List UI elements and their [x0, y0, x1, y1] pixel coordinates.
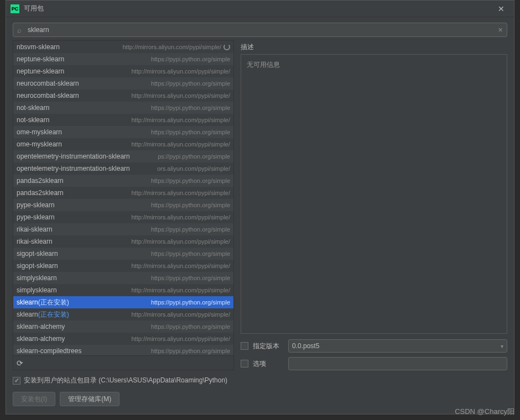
install-to-user-dir-checkbox[interactable]: [13, 377, 20, 385]
install-to-user-dir-row: 安装到用户的站点包目录 (C:\Users\ASUS\AppData\Roami…: [13, 376, 507, 385]
chevron-down-icon: ▾: [501, 343, 503, 349]
description-label: 描述: [241, 40, 507, 54]
package-repo: https://pypi.python.org/simple: [81, 348, 230, 354]
package-row[interactable]: ome-mysklearnhttp://mirrors.aliyun.com/p…: [13, 138, 233, 150]
package-repo: http://mirrors.aliyun.com/pypi/simple/: [64, 68, 230, 75]
package-name: neurocombat-sklearn: [17, 80, 79, 87]
footer: 安装到用户的站点包目录 (C:\Users\ASUS\AppData\Roami…: [6, 370, 514, 414]
package-row[interactable]: pandas2sklearnhttp://mirrors.aliyun.com/…: [13, 187, 233, 199]
right-pane: 描述 无可用信息 指定版本 0.0.post5 ▾ 选项: [241, 40, 507, 370]
package-row[interactable]: pype-sklearnhttp://mirrors.aliyun.com/py…: [13, 211, 233, 223]
package-name: sigopt-sklearn: [17, 250, 58, 258]
package-repo: http://mirrors.aliyun.com/pypi/simple/: [49, 117, 230, 123]
package-row[interactable]: pandas2sklearnhttps://pypi.python.org/si…: [13, 175, 233, 187]
content-area: nbsvm-sklearnhttp://mirrors.aliyun.com/p…: [6, 40, 514, 370]
package-row[interactable]: sigopt-sklearnhttp://mirrors.aliyun.com/…: [13, 260, 233, 272]
package-row[interactable]: simplysklearnhttp://mirrors.aliyun.com/p…: [13, 284, 233, 296]
refresh-row: ⟳: [13, 356, 234, 370]
package-row[interactable]: neurocombat-sklearnhttps://pypi.python.o…: [13, 77, 233, 90]
package-row[interactable]: sklearn-compiledtreeshttps://pypi.python…: [13, 345, 233, 356]
search-icon: ⌕: [17, 26, 22, 34]
package-row[interactable]: not-sklearnhttps://pypi.python.org/simpl…: [13, 102, 233, 114]
options-row: 选项: [241, 357, 507, 370]
no-info-text: 无可用信息: [247, 61, 280, 69]
package-name: neurocombat-sklearn: [17, 92, 79, 99]
package-repo: https://pypi.python.org/simple: [53, 226, 230, 233]
package-name: sklearn: [17, 298, 38, 306]
package-row[interactable]: sklearn(正在安装)https://pypi.python.org/sim…: [13, 296, 233, 308]
package-name: ome-mysklearn: [17, 140, 62, 148]
loading-spinner-icon: [223, 44, 230, 50]
package-name: opentelemetry-instrumentation-sklearn: [17, 165, 130, 172]
titlebar: PC 可用包 ✕: [6, 1, 514, 17]
close-button[interactable]: ✕: [493, 1, 509, 17]
package-repo: http://mirrors.aliyun.com/pypi/simple/: [58, 262, 230, 269]
install-to-user-dir-label: 安装到用户的站点包目录 (C:\Users\ASUS\AppData\Roami…: [24, 376, 227, 385]
specify-version-label: 指定版本: [253, 342, 284, 351]
options-checkbox[interactable]: [241, 360, 248, 368]
package-row[interactable]: neptune-sklearnhttp://mirrors.aliyun.com…: [13, 65, 233, 77]
package-row[interactable]: neurocombat-sklearnhttp://mirrors.aliyun…: [13, 90, 233, 102]
package-row[interactable]: opentelemetry-instrumentation-sklearnors…: [13, 162, 233, 175]
description-box: 无可用信息: [241, 54, 507, 334]
package-repo: https://pypi.python.org/simple: [64, 177, 230, 184]
package-row[interactable]: opentelemetry-instrumentation-sklearnps:…: [13, 150, 233, 162]
package-name: sklearn-alchemy: [17, 335, 65, 343]
package-repo: ors.aliyun.com/pypi/simple/: [130, 165, 230, 172]
search-row: ⌕ ✕: [6, 17, 514, 40]
package-repo: http://mirrors.aliyun.com/pypi/simple/: [79, 92, 230, 99]
package-row[interactable]: rikai-sklearnhttp://mirrors.aliyun.com/p…: [13, 235, 233, 248]
package-row[interactable]: neptune-sklearnhttps://pypi.python.org/s…: [13, 53, 233, 65]
package-repo: ps://pypi.python.org/simple: [130, 153, 230, 160]
package-name: simplysklearn: [17, 286, 57, 294]
version-value: 0.0.post5: [292, 342, 319, 350]
package-name: pandas2sklearn: [17, 189, 64, 197]
package-repo: https://pypi.python.org/simple: [79, 80, 230, 87]
clear-search-icon[interactable]: ✕: [498, 27, 503, 34]
pycharm-logo-icon: PC: [11, 4, 19, 13]
package-row[interactable]: nbsvm-sklearnhttp://mirrors.aliyun.com/p…: [13, 41, 233, 53]
package-repo: http://mirrors.aliyun.com/pypi/simple/: [57, 287, 230, 293]
watermark: CSDN @Charcy阳: [455, 407, 514, 417]
package-name: not-sklearn: [17, 104, 49, 112]
specify-version-checkbox[interactable]: [241, 342, 248, 350]
package-row[interactable]: sklearn(正在安装)http://mirrors.aliyun.com/p…: [13, 308, 233, 321]
package-row[interactable]: ome-mysklearnhttps://pypi.python.org/sim…: [13, 126, 233, 138]
package-name: rikai-sklearn: [17, 225, 53, 233]
package-repo: http://mirrors.aliyun.com/pypi/simple/: [53, 238, 230, 245]
package-row[interactable]: sigopt-sklearnhttps://pypi.python.org/si…: [13, 248, 233, 260]
package-name: sklearn: [17, 311, 38, 318]
package-row[interactable]: rikai-sklearnhttps://pypi.python.org/sim…: [13, 223, 233, 235]
package-row[interactable]: sklearn-alchemyhttps://pypi.python.org/s…: [13, 321, 233, 333]
package-list[interactable]: nbsvm-sklearnhttp://mirrors.aliyun.com/p…: [13, 40, 234, 356]
package-name: sklearn-compiledtrees: [17, 347, 81, 355]
install-package-button[interactable]: 安装包(I): [13, 392, 55, 406]
version-select[interactable]: 0.0.post5 ▾: [288, 339, 507, 353]
package-name: pype-sklearn: [17, 213, 55, 221]
installing-badge: (正在安装): [38, 310, 69, 319]
window-title: 可用包: [24, 4, 493, 13]
options-label: 选项: [253, 359, 284, 369]
package-row[interactable]: not-sklearnhttp://mirrors.aliyun.com/pyp…: [13, 114, 233, 126]
installing-badge: (正在安装): [38, 298, 69, 307]
package-row[interactable]: simplysklearnhttps://pypi.python.org/sim…: [13, 272, 233, 284]
package-repo: http://mirrors.aliyun.com/pypi/simple/: [65, 335, 230, 342]
package-name: sigopt-sklearn: [17, 262, 58, 270]
package-name: rikai-sklearn: [17, 238, 53, 245]
package-repo: https://pypi.python.org/simple: [69, 299, 230, 306]
package-name: neptune-sklearn: [17, 67, 64, 75]
package-repo: https://pypi.python.org/simple: [55, 202, 230, 208]
manage-repositories-button[interactable]: 管理存储库(M): [60, 392, 119, 406]
package-repo: https://pypi.python.org/simple: [64, 56, 230, 62]
package-row[interactable]: sklearn-alchemyhttp://mirrors.aliyun.com…: [13, 333, 233, 345]
refresh-icon[interactable]: ⟳: [17, 359, 23, 368]
package-name: pandas2sklearn: [17, 177, 64, 185]
dialog-window: PC 可用包 ✕ ⌕ ✕ nbsvm-sklearnhttp://mirrors…: [6, 0, 514, 414]
package-repo: https://pypi.python.org/simple: [58, 250, 230, 257]
right-controls: 指定版本 0.0.post5 ▾ 选项: [241, 339, 507, 370]
package-row[interactable]: pype-sklearnhttps://pypi.python.org/simp…: [13, 199, 233, 211]
package-repo: https://pypi.python.org/simple: [62, 129, 230, 135]
search-input[interactable]: [13, 23, 507, 37]
options-input[interactable]: [288, 357, 507, 370]
package-repo: http://mirrors.aliyun.com/pypi/simple/: [69, 311, 230, 318]
